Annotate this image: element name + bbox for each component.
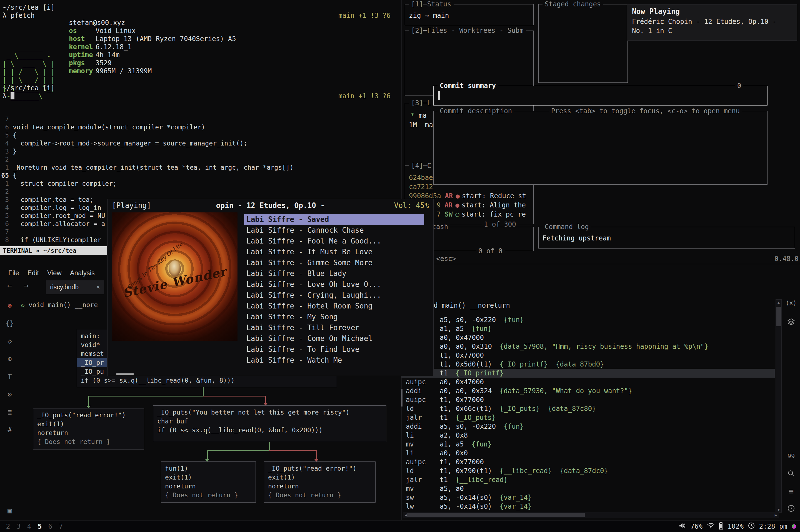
variables-icon[interactable]: (x)	[784, 299, 798, 306]
workspace-number[interactable]: 2	[3, 520, 13, 532]
basic-block-riscy[interactable]: _IO_puts("You better not let this get mo…	[153, 405, 386, 442]
workspace-number[interactable]: 5	[34, 520, 45, 532]
close-icon[interactable]: ×	[96, 284, 100, 291]
sidebar-icon[interactable]: #	[3, 424, 16, 436]
sidebar-icon[interactable]: {}	[3, 317, 16, 330]
disasm-row[interactable]: a0, a0, 0x310{data_57908, "Hmm, riscy bu…	[402, 342, 775, 351]
disasm-row[interactable]: jalrt1{_IO_puts}	[402, 413, 775, 422]
graph-edge	[88, 396, 204, 397]
playlist-item[interactable]: Labi Siffre - It Must Be Love	[244, 247, 424, 258]
playlist-item[interactable]: Labi Siffre - Come On Michael	[244, 333, 424, 344]
mnemonic: li	[402, 431, 440, 440]
disasm-row[interactable]: lwa5, -0x14(s0){var_14}	[402, 502, 775, 511]
branch-row[interactable]: 1M ma	[409, 121, 433, 129]
editor-line: 5{	[0, 131, 294, 139]
scroll-right-icon[interactable]: ▶	[773, 512, 779, 518]
playlist-item[interactable]: Labi Siffre - My Song	[244, 311, 424, 322]
music-player-window[interactable]: [Playing] opin - 12 Etudes, Op.10 - Vol:…	[107, 199, 434, 376]
operands: t1, 0x77000	[440, 395, 484, 404]
playlist-item[interactable]: Labi Siffre - Till Forever	[244, 322, 424, 333]
search-icon[interactable]	[784, 470, 798, 478]
commit-summary-box[interactable]: Commit summary 0	[433, 86, 767, 106]
playlist-item[interactable]: Labi Siffre - Saved	[244, 214, 424, 225]
disasm-row[interactable]: a5, s0, -0x220{fun}	[402, 316, 775, 324]
terminal-icon[interactable]: ▣	[3, 505, 16, 517]
scroll-up-icon[interactable]: ▲	[776, 300, 781, 305]
tab-riscy-bndb[interactable]: riscy.bndb ×	[46, 280, 104, 294]
disasm-row[interactable]: mva5, a0	[402, 484, 775, 493]
annotation: {_IO_printf} {data_87bd0}	[492, 360, 604, 369]
vertical-scrollbar[interactable]: ▲ ▼	[776, 299, 782, 513]
disasm-row[interactable]: a1, a5{fun}	[402, 324, 775, 333]
menu-item[interactable]: Edit	[27, 267, 39, 279]
playlist-item[interactable]: Labi Siffre - Fool Me a Good...	[244, 236, 424, 247]
sidebar-icon[interactable]: T	[3, 370, 16, 383]
horizontal-scrollbar[interactable]: ◀ ▶	[403, 512, 779, 518]
disasm-row[interactable]: ldt1, 0x790(t1){__libc_read} {data_87dc0…	[402, 467, 775, 475]
playlist-item[interactable]: Labi Siffre - Cannock Chase	[244, 225, 424, 236]
disasm-row[interactable]: t1, 0x5d0(t1){_IO_printf} {data_87bd0}	[402, 360, 775, 369]
annotation: {_IO_puts}	[448, 413, 496, 422]
disasm-row[interactable]: t1, 0x77000	[402, 351, 775, 360]
workspace-number[interactable]: 3	[13, 520, 24, 532]
commit-description-box[interactable]: Commit description Press <tab> to toggle…	[433, 111, 767, 185]
playlist-item[interactable]: Labi Siffre - Gimme Some More	[244, 258, 424, 268]
list-icon[interactable]: ≡	[784, 487, 798, 496]
workspace-number[interactable]: 6	[45, 520, 56, 532]
layers-icon[interactable]	[784, 318, 798, 326]
progress-bar[interactable]	[116, 374, 134, 375]
commit-message: start: Align the	[462, 201, 526, 210]
playlist-item[interactable]: Labi Siffre - Crying, Laughi...	[244, 290, 424, 301]
back-arrow-icon[interactable]: ←	[7, 281, 12, 290]
sidebar-icon[interactable]: ⊛	[3, 299, 16, 312]
disasm-row[interactable]: addia5, s0, -0x220{fun}	[402, 422, 775, 431]
disasm-row[interactable]: t1{_IO_printf}	[402, 369, 775, 378]
workspace-number[interactable]: 4	[24, 520, 34, 532]
playlist-item[interactable]: Labi Siffre - Watch Me	[244, 355, 424, 366]
playlist-item[interactable]: Labi Siffre - Love Oh Love O...	[244, 279, 424, 290]
disasm-row[interactable]: a0, 0x47000	[402, 333, 775, 342]
sidebar-icon[interactable]: ≣	[3, 406, 16, 419]
gitui-staged-box[interactable]: Staged changes	[538, 4, 628, 83]
disasm-row[interactable]: lia2, 0x8	[402, 431, 775, 440]
mnemonic: lw	[402, 502, 440, 511]
disasm-row[interactable]: ldt1, 0x66c(t1){_IO_puts} {data_87c80}	[402, 404, 775, 413]
disasm-row[interactable]: auipct1, 0x77000	[402, 395, 775, 404]
sidebar-icon[interactable]: ⊗	[3, 388, 16, 401]
disasm-row[interactable]: jalrt1{__libc_read}	[402, 475, 775, 484]
scrollbar-thumb[interactable]	[407, 513, 585, 517]
disasm-row[interactable]: swa5, -0x14(s0){var_14}	[402, 493, 775, 502]
scroll-down-icon[interactable]: ▼	[776, 507, 781, 512]
playlist-item[interactable]: Labi Siffre - Blue Lady	[244, 268, 424, 279]
menu-item[interactable]: Analysis	[70, 267, 95, 279]
editor-line: 6void tea_compile_module(struct compiler…	[0, 123, 294, 131]
disasm-row[interactable]: lia0, 0x0	[402, 449, 775, 458]
basic-block-read-error-2[interactable]: _IO_puts("read error!")exit(1)noreturn{ …	[264, 461, 375, 502]
basic-block-read-error[interactable]: _IO_puts("read error!")exit(1)noreturn{ …	[33, 408, 144, 450]
mnemonic: ld	[402, 467, 440, 475]
workspace-number[interactable]: 7	[56, 520, 66, 532]
sidebar-icon[interactable]: ⊙	[3, 353, 16, 365]
graph-edge	[88, 396, 89, 407]
menu-item[interactable]: File	[8, 267, 19, 279]
gitui-status-box[interactable]: [1]─Status zig → main	[405, 4, 534, 25]
playlist-item[interactable]: Labi Siffre - To Find Love	[244, 344, 424, 355]
branch-row[interactable]: * ma	[411, 112, 427, 119]
now-playing-notification[interactable]: Now Playing Frédéric Chopin - 12 Etudes,…	[627, 4, 797, 41]
function-breadcrumb[interactable]: ↻void main() __nore	[21, 301, 98, 308]
playlist-item[interactable]: Labi Siffre - Hotel Room Song	[244, 301, 424, 311]
disasm-row[interactable]: mva1, a5{fun}	[402, 440, 775, 449]
block-line: exit(1)	[165, 473, 252, 482]
sidebar-icon[interactable]: ◇	[3, 335, 16, 348]
gitui-version: 0.48.0	[775, 255, 799, 263]
forward-arrow-icon[interactable]: →	[24, 281, 29, 290]
disasm-row[interactable]: auipca0, 0x47000	[402, 378, 775, 386]
status-dot-icon	[792, 524, 796, 529]
disasm-row[interactable]: addia0, a0, 0x324{data_57930, "What do y…	[402, 386, 775, 395]
fetch-field-label: os	[69, 27, 96, 35]
scrollbar-thumb[interactable]	[776, 307, 781, 326]
disasm-row[interactable]: auipct1, 0x77000	[402, 458, 775, 467]
basic-block-fun[interactable]: fun(1)exit(1)noreturn{ Does not return }	[161, 461, 256, 502]
menu-item[interactable]: View	[47, 267, 62, 279]
history-clock-icon[interactable]	[784, 505, 798, 513]
